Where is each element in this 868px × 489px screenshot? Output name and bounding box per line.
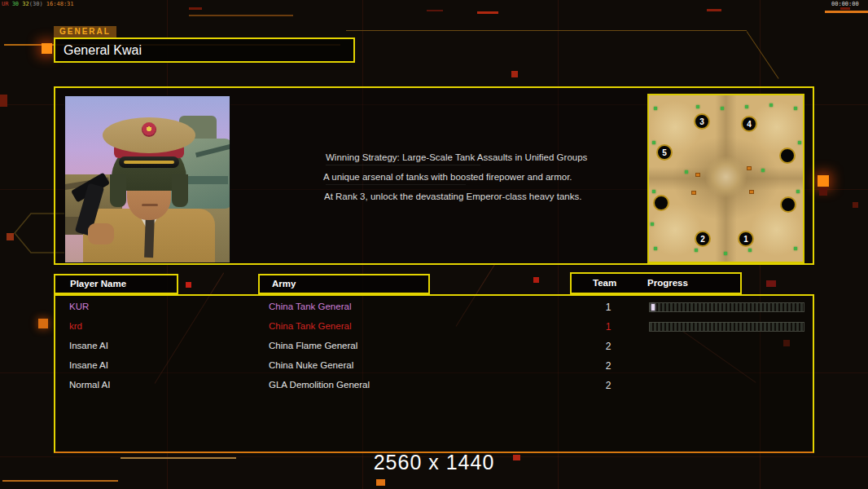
overlay-clock: 16:48:31	[46, 1, 74, 7]
column-header-player-name: Player Name	[54, 274, 178, 294]
bio-line-3: At Rank 3, unlock the devastating Empero…	[324, 192, 581, 201]
column-header-army: Army	[258, 274, 430, 294]
map-start-position-2: 2	[695, 231, 711, 247]
map-supply-dot	[724, 252, 727, 255]
player-row: Insane AI China Nuke General 2	[55, 358, 813, 377]
deco-square	[818, 175, 829, 187]
deco-line	[346, 30, 747, 31]
overlay-frametime: 32	[22, 1, 28, 7]
map-supply-dot	[794, 107, 797, 110]
map-supply-dot	[654, 247, 657, 250]
general-portrait	[64, 95, 230, 263]
bio-line-2: A unique arsenal of tanks with boosted f…	[323, 172, 572, 182]
deco-square	[376, 479, 385, 486]
player-list-panel: KUR China Tank General 1 krd China Tank …	[54, 294, 814, 453]
general-mouth	[142, 204, 158, 206]
player-team: 2	[598, 341, 618, 352]
player-team: 2	[598, 380, 618, 391]
map-supply-dot	[745, 105, 748, 108]
player-army: China Flame General	[269, 341, 357, 350]
player-row: Normal AI GLA Demolition General 2	[55, 377, 813, 397]
general-bio: Winning Strategy: Large-Scale Tank Assau…	[326, 88, 594, 263]
map-supply-dot	[796, 190, 800, 193]
map-supply-dot	[652, 190, 655, 193]
player-army: China Tank General	[269, 321, 351, 331]
helmet-flap-right	[172, 174, 188, 207]
map-start-position-1: 1	[738, 231, 754, 247]
helmet-flap-left	[110, 174, 126, 207]
column-header-team-progress: Team Progress	[570, 272, 742, 294]
deco-line	[189, 7, 202, 10]
player-name: krd	[69, 321, 82, 331]
player-army: GLA Demolition General	[269, 380, 370, 390]
map-supply-dot	[651, 222, 654, 226]
map-supply-dot	[794, 247, 797, 250]
map-supply-dot	[652, 141, 655, 144]
deco-line	[825, 11, 868, 13]
loading-progress-bar	[649, 322, 804, 332]
deco-line	[477, 11, 498, 14]
map-supply-dot	[695, 249, 698, 252]
player-name: Insane AI	[69, 341, 108, 350]
map-start-position-empty	[779, 148, 796, 164]
map-supply-dot	[696, 105, 699, 108]
deco-square	[42, 43, 52, 54]
deco-diagonal	[747, 31, 779, 79]
deco-square	[819, 187, 827, 196]
map-supply-dot	[654, 107, 657, 110]
deco-square	[186, 282, 191, 288]
deco-square	[533, 277, 539, 283]
player-name: Insane AI	[69, 360, 108, 370]
deco-square	[0, 95, 7, 107]
deco-line	[189, 15, 293, 16]
map-tech-dot	[749, 190, 754, 194]
map-supply-dot	[685, 170, 688, 174]
deco-square	[511, 71, 518, 77]
deco-line	[707, 9, 721, 11]
generals-loading-screen: { "hud": { "perf": { "app": "UR", "fps":…	[0, 0, 868, 489]
overlay-avg: (30)	[29, 1, 43, 7]
progress-fill	[651, 304, 655, 311]
map-preview: 3 4 5 2 1	[647, 94, 804, 263]
player-army: China Nuke General	[269, 360, 353, 370]
deco-square	[766, 280, 776, 287]
map-start-position-5: 5	[656, 144, 673, 161]
general-name-box: General Kwai	[54, 37, 355, 63]
bio-line-1: Winning Strategy: Large-Scale Tank Assau…	[326, 152, 587, 162]
overlay-fps: 30	[12, 1, 19, 7]
loading-progress-bar	[649, 302, 804, 312]
cap-gold-braid	[124, 161, 174, 164]
deco-square	[853, 202, 858, 208]
map-start-position-4: 4	[741, 116, 757, 132]
column-header-team: Team	[593, 274, 616, 293]
map-supply-dot	[798, 141, 801, 144]
resolution-label: 2560 x 1440	[0, 451, 868, 474]
map-tech-dot	[747, 166, 752, 170]
map-supply-dot	[721, 107, 724, 110]
player-team: 1	[598, 321, 618, 333]
map-tech-dot	[695, 173, 700, 177]
map-start-position-empty	[653, 195, 669, 211]
column-header-progress: Progress	[647, 274, 688, 293]
map-start-position-3: 3	[694, 113, 710, 130]
player-team: 1	[598, 302, 618, 313]
player-row: krd China Tank General 1	[55, 319, 813, 338]
deco-square	[38, 319, 48, 328]
general-tab-label: GENERAL	[54, 26, 116, 37]
overlay-app-label: UR	[2, 1, 8, 7]
map-supply-dot	[748, 249, 752, 252]
map-tech-dot	[691, 191, 696, 195]
player-team: 2	[598, 360, 618, 372]
performance-overlay: UR 30 32(30) 16:48:31	[2, 1, 74, 7]
general-hand	[88, 223, 114, 244]
player-row: KUR China Tank General 1	[55, 299, 813, 319]
cap-emblem	[142, 122, 156, 137]
map-supply-dot	[761, 169, 765, 172]
deco-line	[840, 7, 850, 10]
player-army: China Tank General	[269, 302, 351, 311]
player-name: Normal AI	[69, 380, 111, 390]
player-name: KUR	[69, 302, 89, 311]
general-tie	[144, 215, 155, 258]
player-row: Insane AI China Flame General 2	[55, 338, 813, 358]
map-start-position-empty	[780, 196, 796, 213]
